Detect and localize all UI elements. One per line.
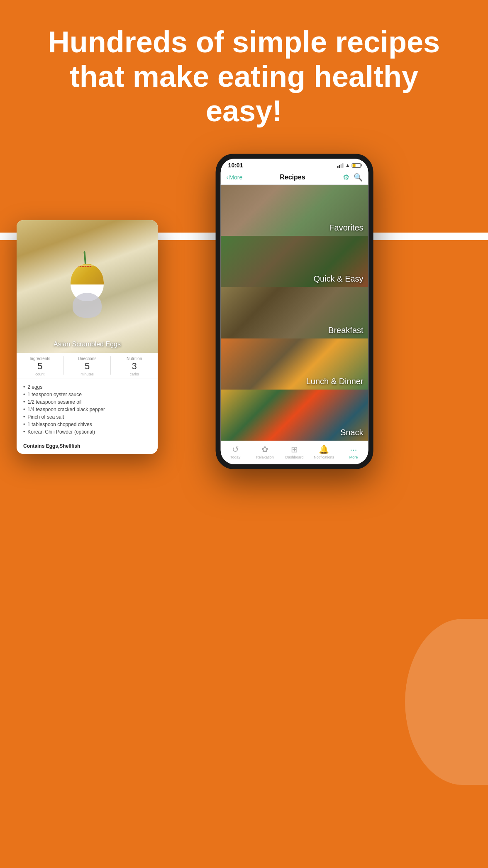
recipe-card-image: Asian Scrambled Eggs xyxy=(17,220,158,353)
status-time: 10:01 xyxy=(228,162,243,169)
tab-relaxation-label: Relaxation xyxy=(256,455,274,459)
ingredient-2-text: 1 teaspoon oyster sauce xyxy=(27,392,82,397)
recipe-label-snack: Snack xyxy=(340,428,364,437)
chevron-left-icon: ‹ xyxy=(227,174,229,181)
ingredient-4-text: 1/4 teaspoon cracked black pepper xyxy=(27,407,105,412)
nav-action-icons: ⚙ 🔍 xyxy=(343,173,363,182)
tab-nutrition-unit: carbs xyxy=(130,372,139,376)
more-icon: ··· xyxy=(350,445,357,454)
recipe-item-snack[interactable]: Snack xyxy=(221,390,368,441)
relaxation-icon: ✿ xyxy=(261,444,268,454)
chili-flakes xyxy=(77,266,97,267)
arc-decoration xyxy=(405,619,488,785)
tab-nutrition[interactable]: Nutrition 3 carbs xyxy=(111,353,158,378)
ingredient-6: 1 tablespoon chopped chives xyxy=(23,421,151,428)
tab-dashboard[interactable]: ⊞ Dashboard xyxy=(283,444,306,459)
recipe-item-breakfast[interactable]: Breakfast xyxy=(221,287,368,338)
tab-nutrition-label: Nutrition xyxy=(127,356,142,361)
phone-mockup: 10:01 ▲ ‹ More Recipes xyxy=(216,154,373,469)
tab-dashboard-label: Dashboard xyxy=(285,455,304,459)
status-icons: ▲ xyxy=(337,162,361,168)
phone-screen: 10:01 ▲ ‹ More Recipes xyxy=(221,159,368,464)
ingredient-5: Pinch of sea salt xyxy=(23,413,151,421)
egg-illustration xyxy=(62,255,112,318)
dashboard-icon: ⊞ xyxy=(291,444,298,454)
tab-notifications[interactable]: 🔔 Notifications xyxy=(312,444,335,459)
recipe-label-quick-easy: Quick & Easy xyxy=(314,274,364,284)
egg-cup xyxy=(73,293,102,318)
recipe-card-tabs: Ingredients 5 count Directions 5 minutes… xyxy=(17,353,158,378)
nav-bar: ‹ More Recipes ⚙ 🔍 xyxy=(221,170,368,185)
notifications-icon: 🔔 xyxy=(319,444,329,454)
ingredient-7-text: Korean Chili Powder (optional) xyxy=(27,429,95,435)
back-button[interactable]: ‹ More xyxy=(227,174,243,181)
recipe-item-quick-easy[interactable]: Quick & Easy xyxy=(221,236,368,287)
ingredient-6-text: 1 tablespoon chopped chives xyxy=(27,422,92,427)
tab-bar: ↺ Today ✿ Relaxation ⊞ Dashboard 🔔 Notif… xyxy=(221,441,368,464)
ingredient-1-text: 2 eggs xyxy=(27,384,42,390)
ingredient-7: Korean Chili Powder (optional) xyxy=(23,428,151,436)
recipe-card-title: Asian Scrambled Eggs xyxy=(17,341,158,348)
tab-ingredients-unit: count xyxy=(35,372,44,376)
tab-more-label: More xyxy=(349,455,358,459)
ingredient-3: 1/2 teaspoon sesame oil xyxy=(23,398,151,406)
back-label: More xyxy=(229,174,242,181)
tab-today[interactable]: ↺ Today xyxy=(224,444,247,459)
recipe-list: Favorites Quick & Easy Breakfast Lunch &… xyxy=(221,185,368,441)
recipe-label-lunch-dinner: Lunch & Dinner xyxy=(306,377,364,386)
recipe-ingredients-list: 2 eggs 1 teaspoon oyster sauce 1/2 teasp… xyxy=(17,378,158,441)
tab-directions[interactable]: Directions 5 minutes xyxy=(64,353,111,378)
tab-more[interactable]: ··· More xyxy=(342,445,365,459)
settings-icon[interactable]: ⚙ xyxy=(343,173,349,182)
tab-ingredients-value: 5 xyxy=(18,361,62,372)
tab-directions-label: Directions xyxy=(78,356,96,361)
wifi-icon: ▲ xyxy=(345,162,350,168)
battery-icon xyxy=(352,163,361,168)
recipe-item-lunch-dinner[interactable]: Lunch & Dinner xyxy=(221,338,368,390)
ingredient-1: 2 eggs xyxy=(23,383,151,391)
status-bar: 10:01 ▲ xyxy=(221,159,368,170)
tab-directions-value: 5 xyxy=(66,361,109,372)
tab-ingredients-label: Ingredients xyxy=(30,356,50,361)
search-icon[interactable]: 🔍 xyxy=(354,173,363,182)
signal-icon xyxy=(337,163,344,168)
tab-ingredients[interactable]: Ingredients 5 count xyxy=(17,353,63,378)
today-icon: ↺ xyxy=(232,444,239,454)
tab-nutrition-value: 3 xyxy=(112,361,156,372)
tab-today-label: Today xyxy=(230,455,240,459)
recipe-label-breakfast: Breakfast xyxy=(328,326,363,335)
recipe-label-favorites: Favorites xyxy=(329,223,363,233)
ingredient-2: 1 teaspoon oyster sauce xyxy=(23,391,151,398)
hero-section: Hundreds of simple recipes that make eat… xyxy=(0,0,488,145)
hero-text: Hundreds of simple recipes that make eat… xyxy=(0,0,488,145)
tab-notifications-label: Notifications xyxy=(314,455,334,459)
ingredient-5-text: Pinch of sea salt xyxy=(27,414,64,420)
recipe-item-favorites[interactable]: Favorites xyxy=(221,185,368,236)
phone-frame: 10:01 ▲ ‹ More Recipes xyxy=(216,154,373,469)
recipe-card: Asian Scrambled Eggs Ingredients 5 count… xyxy=(17,220,158,454)
nav-title: Recipes xyxy=(242,174,342,181)
ingredient-4: 1/4 teaspoon cracked black pepper xyxy=(23,406,151,413)
ingredient-3-text: 1/2 teaspoon sesame oil xyxy=(27,399,81,405)
allergen-info: Contains Eggs,Shellfish xyxy=(17,441,158,454)
tab-relaxation[interactable]: ✿ Relaxation xyxy=(254,444,276,459)
tab-directions-unit: minutes xyxy=(81,372,94,376)
egg-scramble xyxy=(71,264,104,284)
